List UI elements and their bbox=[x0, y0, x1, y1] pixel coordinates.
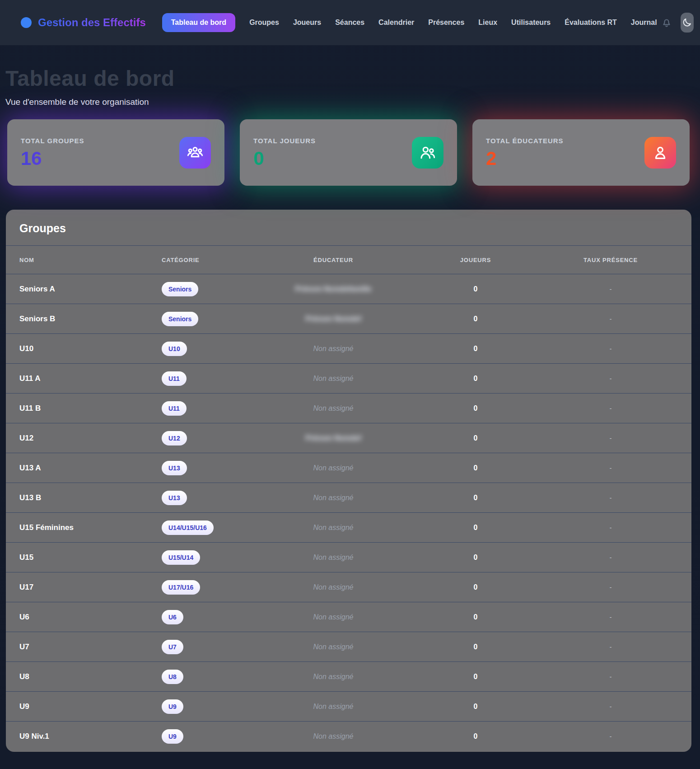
group-name: U9 Niv.1 bbox=[19, 732, 162, 741]
educator-name: Prénom Nomdef bbox=[259, 434, 408, 442]
presence-rate: - bbox=[543, 733, 678, 740]
group-name: U9 bbox=[19, 702, 162, 711]
group-name: U11 A bbox=[19, 374, 162, 383]
table-row[interactable]: U11 A U11 Non assigné 0 - bbox=[6, 363, 691, 393]
group-name: U15 Féminines bbox=[19, 523, 162, 532]
table-row[interactable]: U13 A U13 Non assigné 0 - bbox=[6, 453, 691, 483]
table-row[interactable]: U17 U17/U16 Non assigné 0 - bbox=[6, 572, 691, 602]
category-badge: U7 bbox=[162, 640, 183, 654]
column-header-categorie: CATÉGORIE bbox=[162, 257, 259, 263]
educator-name: Non assigné bbox=[259, 583, 408, 591]
group-name: U12 bbox=[19, 434, 162, 443]
app-logo-icon bbox=[21, 17, 32, 28]
presence-rate: - bbox=[543, 315, 678, 323]
table-row[interactable]: U12 U12 Prénom Nomdef 0 - bbox=[6, 423, 691, 453]
nav-item-9[interactable]: Journal bbox=[631, 19, 657, 27]
column-header-nom: NOM bbox=[19, 257, 162, 263]
educator-name: Non assigné bbox=[259, 703, 408, 711]
table-header-row: NOM CATÉGORIE ÉDUCATEUR JOUEURS TAUX PRÉ… bbox=[6, 245, 691, 274]
page-subtitle: Vue d'ensemble de votre organisation bbox=[5, 97, 689, 107]
category-badge: U9 bbox=[162, 729, 183, 744]
top-navbar: Gestion des Effectifs Tableau de bordGro… bbox=[0, 0, 700, 45]
players-icon bbox=[412, 137, 443, 169]
category-badge: U6 bbox=[162, 610, 183, 624]
educator-name: Non assigné bbox=[259, 732, 408, 741]
presence-rate: - bbox=[543, 524, 678, 531]
table-row[interactable]: U6 U6 Non assigné 0 - bbox=[6, 602, 691, 632]
group-name: U10 bbox=[19, 344, 162, 353]
educator-name: Non assigné bbox=[259, 673, 408, 681]
presence-rate: - bbox=[543, 286, 678, 293]
educator-name: Non assigné bbox=[259, 345, 408, 353]
table-row[interactable]: U8 U8 Non assigné 0 - bbox=[6, 661, 691, 691]
table-row[interactable]: U15 Féminines U14/U15/U16 Non assigné 0 … bbox=[6, 512, 691, 542]
groups-icon bbox=[179, 137, 211, 169]
category-badge: U9 bbox=[162, 699, 183, 714]
players-count: 0 bbox=[408, 613, 543, 621]
nav-item-2[interactable]: Joueurs bbox=[293, 19, 321, 27]
players-count: 0 bbox=[408, 643, 543, 651]
category-badge: U11 bbox=[162, 401, 187, 416]
presence-rate: - bbox=[543, 345, 678, 352]
category-badge: U13 bbox=[162, 491, 187, 505]
players-count: 0 bbox=[408, 494, 543, 502]
presence-rate: - bbox=[543, 614, 678, 621]
presence-rate: - bbox=[543, 405, 678, 412]
presence-rate: - bbox=[543, 584, 678, 591]
players-count: 0 bbox=[408, 553, 543, 562]
column-header-taux: TAUX PRÉSENCE bbox=[543, 257, 678, 263]
groupes-table-card: Groupes NOM CATÉGORIE ÉDUCATEUR JOUEURS … bbox=[6, 210, 691, 752]
table-row[interactable]: U9 Niv.1 U9 Non assigné 0 - bbox=[6, 721, 691, 751]
presence-rate: - bbox=[543, 703, 678, 710]
group-name: Seniors A bbox=[19, 285, 162, 294]
educator-name: Prénom Nomdefamille bbox=[259, 285, 408, 293]
category-badge: U13 bbox=[162, 461, 187, 475]
table-row[interactable]: U15 U15/U14 Non assigné 0 - bbox=[6, 542, 691, 572]
table-row[interactable]: U11 B U11 Non assigné 0 - bbox=[6, 393, 691, 423]
players-count: 0 bbox=[408, 434, 543, 442]
category-badge: U8 bbox=[162, 670, 183, 684]
theme-toggle-button[interactable] bbox=[681, 13, 694, 33]
players-count: 0 bbox=[408, 583, 543, 591]
group-name: Seniors B bbox=[19, 314, 162, 324]
notifications-button[interactable] bbox=[661, 17, 672, 28]
players-count: 0 bbox=[408, 345, 543, 353]
players-count: 0 bbox=[408, 315, 543, 323]
nav-item-6[interactable]: Lieux bbox=[478, 19, 497, 27]
category-badge: U10 bbox=[162, 342, 187, 356]
table-title: Groupes bbox=[6, 210, 691, 245]
nav-item-3[interactable]: Séances bbox=[335, 19, 364, 27]
nav-item-8[interactable]: Évaluations RT bbox=[565, 19, 617, 27]
presence-rate: - bbox=[543, 435, 678, 442]
group-name: U7 bbox=[19, 642, 162, 652]
educator-name: Non assigné bbox=[259, 375, 408, 383]
nav-item-5[interactable]: Présences bbox=[428, 19, 464, 27]
category-badge: Seniors bbox=[162, 282, 198, 296]
table-row[interactable]: U7 U7 Non assigné 0 - bbox=[6, 632, 691, 661]
nav-item-7[interactable]: Utilisateurs bbox=[511, 19, 551, 27]
nav-item-4[interactable]: Calendrier bbox=[378, 19, 414, 27]
stat-value: 0 bbox=[253, 149, 316, 168]
category-badge: U12 bbox=[162, 431, 187, 445]
educator-name: Non assigné bbox=[259, 613, 408, 621]
table-row[interactable]: U13 B U13 Non assigné 0 - bbox=[6, 483, 691, 512]
nav-item-0[interactable]: Tableau de bord bbox=[162, 13, 235, 32]
stat-card-joueurs: TOTAL JOUEURS 0 bbox=[240, 119, 457, 186]
stats-row: TOTAL GROUPES 16 TOTAL JOUEURS 0 bbox=[7, 119, 690, 186]
table-body: Seniors A Seniors Prénom Nomdefamille 0 … bbox=[6, 274, 691, 751]
nav-item-1[interactable]: Groupes bbox=[249, 19, 279, 27]
column-header-educateur: ÉDUCATEUR bbox=[259, 257, 408, 263]
app-title: Gestion des Effectifs bbox=[38, 16, 146, 29]
players-count: 0 bbox=[408, 404, 543, 413]
main-nav: Tableau de bordGroupesJoueursSéancesCale… bbox=[162, 13, 657, 32]
group-name: U17 bbox=[19, 583, 162, 592]
table-row[interactable]: Seniors B Seniors Prénom Nomdef 0 - bbox=[6, 304, 691, 333]
educator-name: Non assigné bbox=[259, 553, 408, 562]
educator-icon bbox=[644, 137, 676, 169]
educator-name: Non assigné bbox=[259, 404, 408, 413]
page-title: Tableau de bord bbox=[5, 66, 689, 91]
stat-label: TOTAL ÉDUCATEURS bbox=[486, 137, 564, 145]
table-row[interactable]: U9 U9 Non assigné 0 - bbox=[6, 691, 691, 721]
table-row[interactable]: U10 U10 Non assigné 0 - bbox=[6, 333, 691, 363]
table-row[interactable]: Seniors A Seniors Prénom Nomdefamille 0 … bbox=[6, 274, 691, 304]
